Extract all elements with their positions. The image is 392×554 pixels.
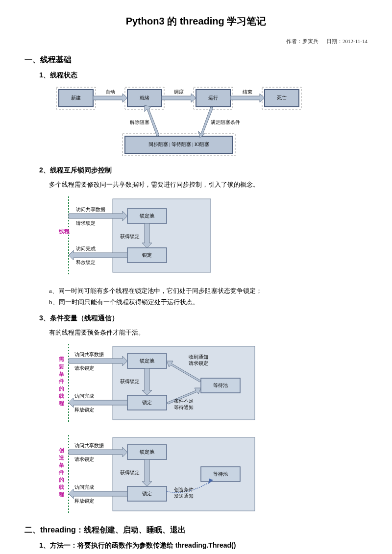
lbl-notify: 收到通知 <box>189 354 208 360</box>
lbl-send: 发送通知 <box>174 493 194 499</box>
section-1-2-heading: 2、线程互斥锁同步控制 <box>39 166 368 175</box>
lbl-release: 释放锁定 <box>76 260 96 265</box>
date: 日期：2012-11-14 <box>326 38 368 44</box>
section-2-heading: 二、threading：线程创建、启动、睡眠、退出 <box>24 525 368 535</box>
box-lock: 锁定 <box>142 252 152 258</box>
section-1-2-para: 多个线程需要修改同一共享数据时，需要进行同步控制，引入了锁的概念。 <box>49 180 368 190</box>
lbl-access2: 访问共享数据 <box>74 352 104 357</box>
vlabel-producer: 创造条 件的线程 <box>58 447 66 497</box>
lbl-request3: 请求锁定 <box>74 457 94 462</box>
lbl-sched: 调度 <box>174 89 184 95</box>
box-pool2: 锁定池 <box>139 359 154 364</box>
lbl-create: 创造条件 <box>174 487 194 492</box>
page-title: Python3 的 threading 学习笔记 <box>24 15 368 28</box>
lbl-unblock: 解除阻塞 <box>130 120 149 125</box>
box-lock2: 锁定 <box>142 400 152 406</box>
lbl-access: 访问共享数据 <box>76 207 105 212</box>
box-wait3: 等待池 <box>213 472 228 477</box>
lbl-acquire: 获得锁定 <box>120 234 140 239</box>
lbl-auto: 自动 <box>105 89 115 95</box>
section-1-3-para: 有的线程需要预备条件才能干活。 <box>49 328 368 338</box>
state-run: 运行 <box>208 95 218 100</box>
condition-diagram-producer: 创造条 件的线程 锁定池 锁定 等待池 访问共享数据 请求锁定 获得锁定 访问完… <box>49 433 368 518</box>
lbl-request: 请求锁定 <box>76 220 96 226</box>
lbl-access3: 访问共享数据 <box>74 443 104 448</box>
section-1-2-notes: a、同一时间可能有多个线程在锁定池中，它们处于同步阻塞状态竞争锁定； b、同一时… <box>49 285 368 308</box>
lbl-blockcond: 满足阻塞条件 <box>211 120 240 125</box>
lbl-reqlock: 请求锁定 <box>189 361 208 366</box>
section-1-heading: 一、线程基础 <box>24 55 368 65</box>
lbl-done: 访问完成 <box>76 246 96 251</box>
state-new: 新建 <box>71 95 81 100</box>
lbl-release3: 释放锁定 <box>74 498 94 504</box>
vlabel-thread: 线程 <box>58 228 70 234</box>
lbl-done3: 访问完成 <box>74 484 94 490</box>
mutex-diagram: 线程 锁定池 锁定 访问共享数据 请求锁定 获得锁定 访问完成 释放锁定 <box>49 194 368 279</box>
note-b: b、同一时间只能有一个线程获得锁定处于运行状态。 <box>49 296 368 308</box>
lbl-condno: 条件不足 <box>174 398 194 404</box>
vlabel-consumer: 需要条 件的线程 <box>58 356 66 406</box>
svg-marker-12 <box>162 94 196 102</box>
section-2-1-heading: 1、方法一：将要执行的函数作为参数传递给 threading.Thread() <box>39 541 368 550</box>
thread-state-diagram: 新建 就绪 运行 死亡 同步阻塞 | 等待阻塞 | IO阻塞 自动 调度 结束 … <box>49 85 368 160</box>
section-1-3-heading: 3、条件变量（线程通信） <box>39 314 368 323</box>
svg-marker-11 <box>93 94 127 102</box>
note-a: a、同一时间可能有多个线程在锁定池中，它们处于同步阻塞状态竞争锁定； <box>49 285 368 296</box>
author: 作者：罗寅兵 <box>286 38 318 44</box>
meta-line: 作者：罗寅兵 日期：2012-11-14 <box>24 38 368 45</box>
lbl-acquire2: 获得锁定 <box>120 379 140 384</box>
lbl-done2: 访问完成 <box>74 393 94 399</box>
condition-diagram-consumer: 需要条 件的线程 锁定池 锁定 等待池 访问共享数据 请求锁定 获得锁定 访问完… <box>49 341 368 427</box>
box-pool: 锁定池 <box>139 213 154 218</box>
lbl-release2: 释放锁定 <box>74 407 94 412</box>
lbl-waitnotify: 等待通知 <box>174 405 194 410</box>
section-1-1-heading: 1、线程状态 <box>39 71 368 80</box>
lbl-acquire3: 获得锁定 <box>120 470 140 475</box>
state-ready: 就绪 <box>140 95 149 100</box>
lbl-request2: 请求锁定 <box>74 365 94 371</box>
state-block: 同步阻塞 | 等待阻塞 | IO阻塞 <box>148 142 210 147</box>
box-pool3: 锁定池 <box>139 450 154 455</box>
box-lock3: 锁定 <box>142 491 152 497</box>
state-dead: 死亡 <box>277 95 287 100</box>
lbl-end: 结束 <box>243 89 252 95</box>
svg-marker-13 <box>230 94 265 102</box>
box-wait: 等待池 <box>213 383 228 388</box>
